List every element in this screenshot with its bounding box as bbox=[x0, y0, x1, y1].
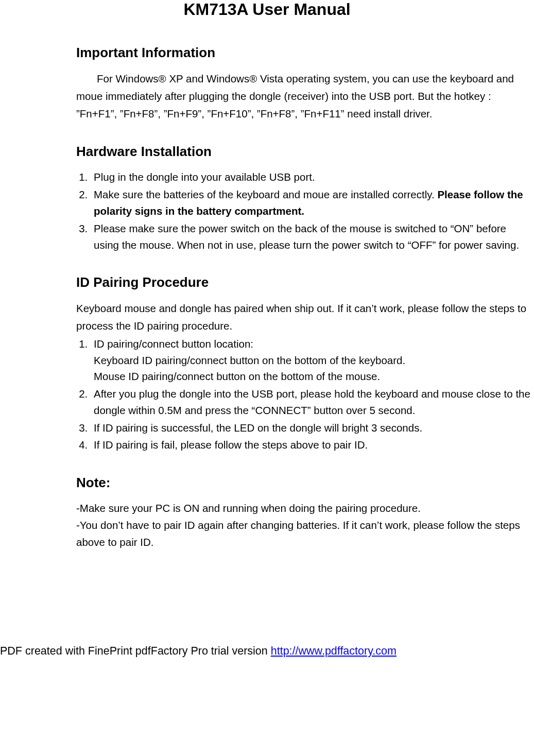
pairing-intro: Keyboard mouse and dongle has paired whe… bbox=[76, 300, 534, 335]
pdf-footer: PDF created with FinePrint pdfFactory Pr… bbox=[0, 573, 534, 658]
list-item: After you plug the dongle into the USB p… bbox=[91, 386, 534, 419]
list-item-text: Make sure the batteries of the keyboard … bbox=[94, 188, 437, 200]
list-item: Please make sure the power switch on the… bbox=[91, 220, 534, 253]
list-item-text: If ID pairing is fail, please follow the… bbox=[94, 439, 368, 451]
note-line: -Make sure your PC is ON and running whe… bbox=[76, 500, 534, 517]
list-item: Plug in the dongle into your available U… bbox=[91, 169, 534, 185]
section-heading-note: Note: bbox=[76, 475, 534, 491]
list-item: If ID pairing is successful, the LED on … bbox=[91, 420, 534, 436]
hardware-list: Plug in the dongle into your available U… bbox=[76, 169, 534, 253]
list-item: If ID pairing is fail, please follow the… bbox=[91, 437, 534, 453]
list-item-text: Please make sure the power switch on the… bbox=[94, 222, 519, 251]
document-title: KM713A User Manual bbox=[0, 0, 534, 19]
list-item-subtext: Mouse ID pairing/connect button on the b… bbox=[94, 368, 534, 385]
footer-link[interactable]: http://www.pdffactory.com bbox=[271, 645, 397, 657]
note-block: -Make sure your PC is ON and running whe… bbox=[76, 500, 534, 551]
list-item-subtext: Keyboard ID pairing/connect button on th… bbox=[94, 352, 534, 369]
important-paragraph: For Windows® XP and Windows® Vista opera… bbox=[76, 70, 534, 122]
list-item: Make sure the batteries of the keyboard … bbox=[91, 186, 534, 219]
section-heading-pairing: ID Pairing Procedure bbox=[76, 274, 534, 290]
section-heading-important: Important Information bbox=[76, 45, 534, 61]
list-item-text: If ID pairing is successful, the LED on … bbox=[94, 422, 422, 434]
document-content: Important Information For Windows® XP an… bbox=[0, 45, 534, 551]
list-item-text: Plug in the dongle into your available U… bbox=[94, 171, 315, 183]
footer-text: PDF created with FinePrint pdfFactory Pr… bbox=[0, 645, 271, 657]
list-item-text: ID pairing/connect button location: bbox=[94, 338, 253, 350]
list-item: ID pairing/connect button location: Keyb… bbox=[91, 336, 534, 385]
list-item-text: After you plug the dongle into the USB p… bbox=[94, 388, 530, 416]
pairing-list: ID pairing/connect button location: Keyb… bbox=[76, 336, 534, 453]
section-heading-hardware: Hardware Installation bbox=[76, 144, 534, 160]
note-line: -You don’t have to pair ID again after c… bbox=[76, 517, 534, 551]
